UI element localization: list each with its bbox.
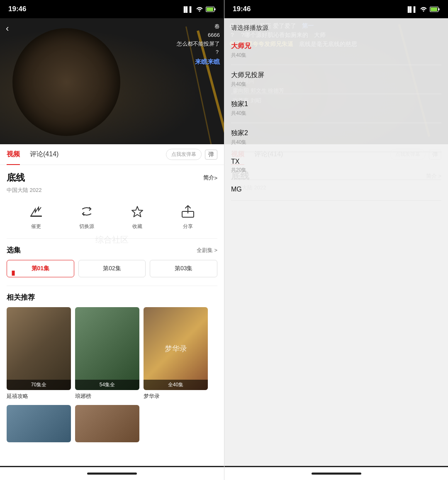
episode-2-label: 第02集: [103, 265, 121, 272]
source-name-1: 大师兄: [231, 42, 441, 51]
recommend-badge-2: 54集全: [75, 380, 139, 390]
drama-title-row: 底线 简介 >: [7, 172, 217, 184]
recommend-thumb-2: 54集全: [75, 307, 139, 390]
share-label: 分享: [183, 223, 193, 230]
recommend-thumb-3: 梦华录 全40集: [144, 307, 208, 390]
bottom-bar-right: [224, 466, 448, 480]
content-area-left: 底线 简介 > 中国大陆 2022 催更: [0, 165, 224, 466]
source-item-3[interactable]: 独家1 共40集: [231, 94, 441, 123]
source-item-1[interactable]: 大师兄 共40集: [231, 36, 441, 65]
recommend-thumb-1: 70集全: [7, 307, 71, 390]
recommend-title: 相关推荐: [7, 293, 35, 302]
divider-2: [7, 286, 217, 286]
wifi-icon-right: [420, 6, 427, 13]
recommend-name-3: 梦华录: [144, 393, 208, 400]
recommend-badge-1: 70集全: [7, 380, 71, 390]
svg-rect-8: [438, 8, 440, 10]
source-name-5: TX: [231, 158, 441, 165]
source-count-5: 共20集: [231, 167, 441, 174]
bottom-bar-left: [0, 466, 224, 480]
danmaku-come: 来瞧来瞧: [177, 57, 220, 67]
video-player-left[interactable]: ‹ 春 6666 怎么都不能投屏了 ？ 来瞧来瞧: [0, 18, 224, 144]
recommend-card-1[interactable]: 70集全 延禧攻略: [7, 307, 71, 400]
episode-bar-icon: ▐▌: [10, 271, 16, 275]
bottom-indicator-left: [87, 473, 137, 475]
source-name-2: 大师兄投屏: [231, 71, 441, 80]
status-bar-right: 19:46 ▐▌▌: [224, 0, 448, 18]
tab-video-left[interactable]: 视频: [7, 144, 20, 165]
svg-rect-1: [207, 7, 213, 11]
source-select-label: 请选择播放源: [224, 18, 448, 36]
svg-marker-4: [132, 206, 143, 217]
episodes-header: 选集 全剧集 >: [7, 245, 217, 255]
status-time-left: 19:46: [8, 5, 26, 13]
share-icon: [179, 202, 197, 221]
source-count-2: 共40集: [231, 81, 441, 88]
danmaku-question: ？: [177, 48, 220, 57]
intro-link[interactable]: 简介 >: [203, 174, 217, 182]
drama-title-text: 底线: [7, 172, 25, 184]
tab-comment-left[interactable]: 评论(414): [30, 144, 58, 165]
signal-icon-right: ▐▌▌: [406, 6, 417, 12]
source-count-1: 共40集: [231, 52, 441, 59]
tabs-row-left: 视频 评论(414) 点我发弹幕 弹: [0, 144, 224, 165]
battery-icon: [206, 7, 216, 12]
switch-icon: [78, 202, 96, 221]
recommend-grid: 70集全 延禧攻略 54集全 琅琊榜 梦华录 全40集 梦华录: [7, 307, 217, 400]
share-btn[interactable]: 分享: [179, 202, 197, 230]
collect-icon: [128, 202, 146, 221]
status-bar-left: 19:46 ▐▌▌: [0, 0, 224, 18]
status-time-right: 19:46: [233, 5, 251, 13]
danmaku-6666: 6666: [177, 31, 220, 40]
episode-btn-1[interactable]: ▐▌ 第01集: [7, 260, 74, 277]
source-name-4: 独家2: [231, 129, 441, 138]
switch-source-btn[interactable]: 切换源: [78, 202, 96, 230]
status-icons-left: ▐▌▌: [182, 6, 216, 13]
svg-rect-2: [214, 8, 216, 10]
recommend-card-2[interactable]: 54集全 琅琊榜: [75, 307, 139, 400]
source-item-4[interactable]: 独家2 共40集: [231, 123, 441, 152]
battery-icon-right: [430, 7, 440, 12]
instrument-shape: [12, 28, 120, 136]
source-item-2[interactable]: 大师兄投屏 共40集: [231, 65, 441, 94]
danmaku-projector: 怎么都不能投屏了: [177, 40, 220, 48]
video-danmaku-left: 春 6666 怎么都不能投屏了 ？ 来瞧来瞧: [177, 22, 220, 67]
right-panel: 19:46 ▐▌▌ ‹: [224, 0, 448, 480]
source-item-5[interactable]: TX 共20集: [231, 152, 441, 180]
episode-btn-2[interactable]: 第02集: [78, 260, 146, 277]
episodes-title: 选集: [7, 245, 21, 255]
episodes-link[interactable]: 全剧集 >: [197, 247, 217, 254]
urge-icon: [27, 202, 45, 221]
danmaku-placeholder-left[interactable]: 点我发弹幕: [166, 149, 202, 160]
recommend-name-2: 琅琊榜: [75, 393, 139, 400]
source-selector-overlay: 请选择播放源 大师兄 共40集 大师兄投屏 共40集 独家1 共40集 独家2 …: [224, 18, 448, 466]
recommend-header: 相关推荐: [7, 293, 217, 302]
source-item-6[interactable]: MG: [231, 180, 441, 201]
source-list: 大师兄 共40集 大师兄投屏 共40集 独家1 共40集 独家2 共40集 TX: [224, 36, 448, 466]
recommend-badge-3: 全40集: [144, 380, 208, 390]
action-row: 催更 切换源 收藏: [7, 202, 217, 230]
drama-meta: 中国大陆 2022: [7, 187, 217, 194]
bottom-indicator-right: [312, 473, 361, 475]
recommend-card-3[interactable]: 梦华录 全40集 梦华录: [144, 307, 208, 400]
left-panel: 19:46 ▐▌▌ ‹ 春: [0, 0, 224, 480]
source-name-6: MG: [231, 186, 441, 193]
svg-rect-7: [431, 7, 437, 11]
source-count-3: 共40集: [231, 110, 441, 117]
recommend-card-text: 梦华录: [161, 339, 191, 358]
urge-update-btn[interactable]: 催更: [27, 202, 45, 230]
back-button-left[interactable]: ‹: [6, 23, 9, 34]
divider-1: [7, 238, 217, 239]
recommend-extra-1[interactable]: [7, 405, 71, 442]
recommend-name-1: 延禧攻略: [7, 393, 71, 400]
danmaku-send-btn-left[interactable]: 弹: [205, 150, 217, 160]
signal-icon: ▐▌▌: [182, 6, 193, 12]
recommend-row-2: [7, 405, 217, 442]
status-icons-right: ▐▌▌: [406, 6, 440, 13]
episode-btn-3[interactable]: 第03集: [150, 260, 217, 277]
switch-label: 切换源: [79, 223, 94, 230]
source-count-4: 共40集: [231, 139, 441, 146]
recommend-extra-2[interactable]: [75, 405, 139, 442]
collect-btn[interactable]: 收藏: [128, 202, 146, 230]
right-main: ‹ 春 6666 第臣 爱了爱了 第一 ？ ?哪个源好肌沁香如厕来的 大师 每天…: [224, 18, 448, 466]
